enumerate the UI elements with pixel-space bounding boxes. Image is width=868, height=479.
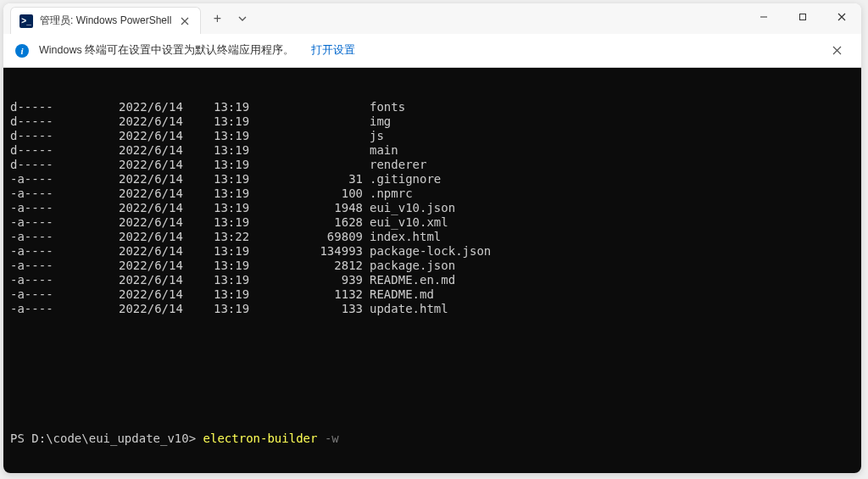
- listing-row: d-----2022/6/1413:19main: [10, 143, 854, 158]
- new-tab-button[interactable]: +: [204, 6, 230, 31]
- minimize-button[interactable]: [744, 3, 783, 31]
- terminal-window: >_ 管理员: Windows PowerShell + i Windows 终…: [3, 3, 861, 473]
- listing-row: d-----2022/6/1413:19renderer: [10, 158, 854, 172]
- listing-row: -a----2022/6/1413:2269809index.html: [10, 230, 854, 244]
- terminal-output[interactable]: d-----2022/6/1413:19fontsd-----2022/6/14…: [3, 68, 861, 473]
- listing-row: d-----2022/6/1413:19js: [10, 129, 854, 143]
- listing-row: -a----2022/6/1413:19100.npmrc: [10, 187, 854, 201]
- listing-row: -a----2022/6/1413:191948eui_v10.json: [10, 201, 854, 215]
- listing-row: -a----2022/6/1413:19133update.html: [10, 302, 854, 316]
- info-text: Windows 终端可在设置中设置为默认终端应用程序。: [39, 43, 294, 58]
- close-button[interactable]: [822, 3, 861, 31]
- listing-row: -a----2022/6/1413:19134993package-lock.j…: [10, 244, 854, 259]
- listing-row: d-----2022/6/1413:19fonts: [10, 100, 854, 114]
- title-bar: >_ 管理员: Windows PowerShell +: [3, 3, 861, 34]
- svg-rect-0: [800, 14, 806, 20]
- maximize-button[interactable]: [783, 3, 822, 31]
- window-controls: [744, 3, 861, 31]
- listing-row: -a----2022/6/1413:19939README.en.md: [10, 273, 854, 287]
- tab-close-button[interactable]: [178, 14, 192, 28]
- info-close-button[interactable]: [824, 38, 849, 64]
- prompt-line-1: PS D:\code\eui_update_v10> electron-buil…: [10, 432, 854, 446]
- listing-row: -a----2022/6/1413:192812package.json: [10, 259, 854, 273]
- listing-row: -a----2022/6/1413:191132README.md: [10, 287, 854, 302]
- powershell-icon: >_: [19, 14, 33, 28]
- listing-row: -a----2022/6/1413:1931.gitignore: [10, 172, 854, 187]
- listing-row: d-----2022/6/1413:19img: [10, 114, 854, 129]
- info-icon: i: [15, 44, 29, 58]
- info-bar: i Windows 终端可在设置中设置为默认终端应用程序。 打开设置: [3, 34, 861, 68]
- listing-row: -a----2022/6/1413:191628eui_v10.xml: [10, 215, 854, 230]
- open-settings-link[interactable]: 打开设置: [311, 43, 355, 58]
- tab-title: 管理员: Windows PowerShell: [40, 14, 171, 28]
- tab-powershell[interactable]: >_ 管理员: Windows PowerShell: [10, 7, 201, 34]
- tab-dropdown-button[interactable]: [230, 6, 255, 31]
